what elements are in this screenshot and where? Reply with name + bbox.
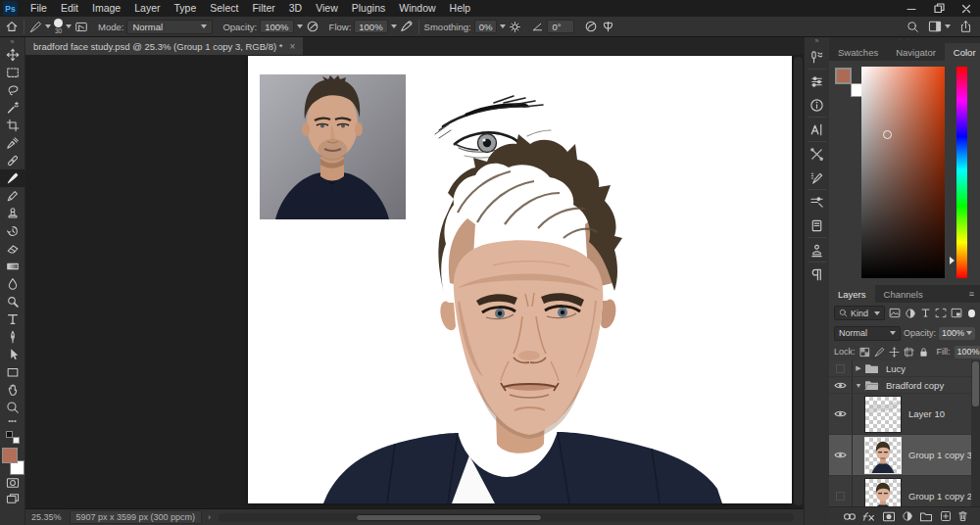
pressure-size-icon[interactable] [584, 20, 598, 33]
menu-help[interactable]: Help [443, 0, 478, 17]
smoothing-field[interactable]: 0% [474, 20, 498, 33]
foreground-color-swatch[interactable] [2, 448, 18, 463]
layer-row-layer-10[interactable]: Layer 10 [829, 394, 980, 435]
tool-zoom[interactable] [0, 399, 25, 416]
layer-filtering-toggle[interactable] [968, 310, 975, 317]
zoom-level-field[interactable]: 25.35% [25, 512, 70, 522]
canvas-page[interactable] [248, 56, 792, 503]
new-layer-icon[interactable] [940, 510, 952, 522]
menu-edit[interactable]: Edit [54, 0, 85, 17]
layer-row-lucy[interactable]: ▶ Lucy [829, 360, 980, 377]
vertical-scrollbar[interactable] [794, 57, 803, 505]
symmetry-butterfly-icon[interactable] [601, 20, 615, 33]
delete-layer-icon[interactable] [957, 510, 968, 522]
share-icon[interactable] [959, 20, 972, 33]
brush-settings-icon[interactable] [805, 45, 830, 69]
flow-field[interactable]: 100% [354, 20, 387, 33]
tool-gradient[interactable] [0, 258, 25, 275]
group-expand-arrow-icon[interactable]: ▶ [853, 364, 864, 372]
link-layers-icon[interactable] [843, 512, 857, 521]
lock-artboard-icon[interactable] [904, 345, 914, 359]
clone-source-icon[interactable] [805, 238, 830, 262]
chevron-down-icon[interactable] [500, 24, 506, 28]
horizontal-scrollbar-thumb[interactable] [356, 514, 542, 521]
tab-layers[interactable]: Layers [829, 285, 875, 303]
home-icon[interactable] [5, 20, 19, 33]
workspace-switcher-icon[interactable] [928, 21, 951, 32]
canvas-viewport[interactable] [25, 55, 804, 508]
tool-blur[interactable] [0, 275, 25, 293]
foreground-background-swatches[interactable] [1, 448, 24, 475]
tool-history-brush[interactable] [0, 222, 25, 240]
layer-row-group-1-copy-2[interactable]: Group 1 copy 2 [829, 476, 980, 506]
smoothing-gear-icon[interactable] [509, 21, 521, 33]
tool-rectangle[interactable] [0, 363, 25, 381]
tool-clone-stamp[interactable] [0, 205, 25, 222]
layer-thumbnail[interactable] [864, 478, 902, 507]
menu-view[interactable]: View [309, 0, 345, 17]
layer-filter-kind-select[interactable]: Kind [834, 306, 885, 320]
tool-move[interactable] [0, 46, 25, 64]
toolbar-collapse-icon[interactable]: » [11, 37, 15, 46]
layer-fill-field[interactable]: 100% [955, 346, 980, 358]
filter-smart-objects-icon[interactable] [951, 306, 962, 320]
airbrush-icon[interactable] [400, 20, 414, 33]
tab-navigator[interactable]: Navigator [887, 43, 945, 61]
hue-slider[interactable] [956, 67, 967, 278]
menu-layer[interactable]: Layer [127, 0, 167, 17]
chevron-down-icon[interactable] [297, 24, 303, 28]
visibility-toggle[interactable] [829, 360, 853, 376]
tool-presets-icon[interactable] [805, 142, 830, 166]
tool-type[interactable] [0, 310, 25, 328]
tab-color[interactable]: Color [945, 43, 980, 61]
layer-thumbnail[interactable] [864, 396, 902, 433]
quick-mask-icon[interactable] [0, 475, 25, 491]
layer-style-fx-icon[interactable] [862, 511, 875, 522]
tool-quick-selection[interactable] [0, 99, 25, 117]
menu-3d[interactable]: 3D [282, 0, 309, 17]
lock-transparency-icon[interactable] [859, 345, 870, 359]
restore-icon[interactable] [925, 0, 953, 17]
properties-icon[interactable] [805, 70, 830, 93]
filter-type-layers-icon[interactable] [920, 306, 931, 320]
tool-hand[interactable] [0, 381, 25, 399]
layer-thumbnail[interactable] [864, 437, 902, 474]
status-chevron-icon[interactable]: › [202, 512, 217, 522]
filter-adjustment-layers-icon[interactable] [905, 306, 916, 320]
character-panel-icon[interactable] [805, 118, 830, 141]
adjustment-layer-icon[interactable] [902, 510, 913, 522]
tool-healing-brush[interactable] [0, 152, 25, 169]
tool-eraser[interactable] [0, 240, 25, 258]
tool-lasso[interactable] [0, 81, 25, 99]
layer-blend-mode-select[interactable]: Normal [834, 326, 901, 341]
visibility-toggle[interactable] [829, 435, 853, 475]
menu-image[interactable]: Image [85, 0, 127, 17]
layer-row-bradford-copy[interactable]: ▼ Bradford copy [829, 377, 980, 394]
menu-type[interactable]: Type [167, 0, 203, 17]
lock-pixels-icon[interactable] [874, 345, 885, 359]
menu-window[interactable]: Window [392, 0, 442, 17]
tab-close-icon[interactable]: × [289, 41, 295, 52]
tool-dodge[interactable] [0, 293, 25, 310]
add-layer-mask-icon[interactable] [882, 511, 896, 522]
menu-plugins[interactable]: Plugins [345, 0, 392, 17]
blend-mode-select[interactable]: Normal [126, 20, 213, 34]
document-tab[interactable]: bradford face study.psd @ 25.3% (Group 1… [25, 37, 303, 55]
brush-size-preview[interactable]: 30 [54, 19, 63, 35]
color-panel-swatches[interactable] [835, 68, 864, 97]
toggle-brush-panel-icon[interactable] [74, 21, 88, 33]
menu-select[interactable]: Select [203, 0, 245, 17]
pressure-opacity-icon[interactable] [306, 20, 319, 33]
layer-comps-icon[interactable] [805, 214, 830, 237]
opacity-field[interactable]: 100% [260, 20, 293, 33]
dock-collapse-icon[interactable]: » [815, 37, 819, 45]
info-icon[interactable] [805, 93, 830, 117]
layers-scrollbar[interactable] [971, 360, 980, 506]
visibility-toggle[interactable] [829, 377, 853, 393]
layer-row-group-1-copy-3[interactable]: Group 1 copy 3 [829, 435, 980, 476]
tool-options-icon[interactable] [805, 190, 830, 214]
chevron-down-icon[interactable] [66, 24, 72, 28]
saturation-brightness-picker[interactable] [861, 67, 945, 278]
tool-rectangular-marquee[interactable] [0, 64, 25, 81]
brush-angle-field[interactable]: 0° [547, 20, 574, 33]
